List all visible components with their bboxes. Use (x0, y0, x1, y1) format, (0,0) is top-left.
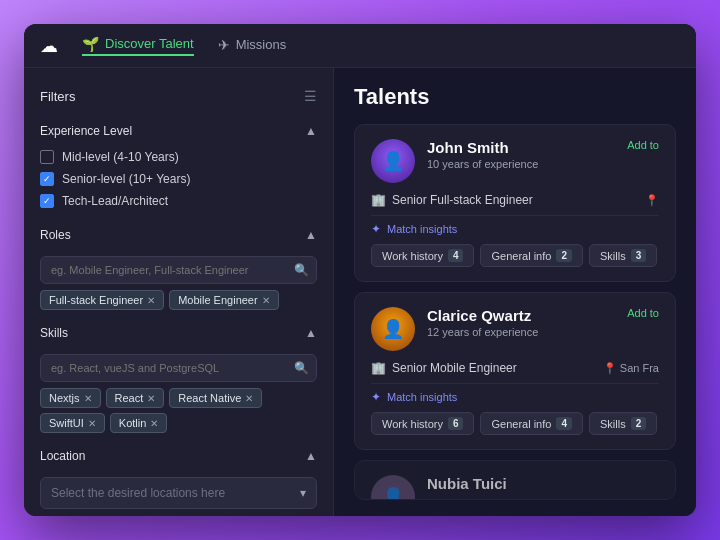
clarice-skills-tag[interactable]: Skills 2 (589, 412, 657, 435)
john-match-label: Match insights (387, 223, 457, 235)
clarice-work-history-count: 6 (448, 417, 464, 430)
clarice-general-info-tag[interactable]: General info 4 (480, 412, 583, 435)
skills-search-icon[interactable]: 🔍 (294, 361, 309, 375)
clarice-skills-label: Skills (600, 418, 626, 430)
skills-search-input[interactable] (40, 354, 317, 382)
logo-icon: ☁ (40, 35, 58, 57)
skills-chevron-icon: ▲ (305, 326, 317, 340)
tag-reactnative-close[interactable]: ✕ (245, 393, 253, 404)
skills-title: Skills (40, 326, 68, 340)
roles-search-input[interactable] (40, 256, 317, 284)
skills-section-header[interactable]: Skills ▲ (40, 318, 317, 348)
tag-react-label: React (115, 392, 144, 404)
filters-header: Filters ☰ (24, 80, 333, 112)
tag-swiftui-label: SwiftUI (49, 417, 84, 429)
clarice-avatar: 👤 (371, 307, 415, 351)
tag-fullstack-label: Full-stack Engineer (49, 294, 143, 306)
clarice-add-button[interactable]: Add to (627, 307, 659, 319)
clarice-role: 🏢 Senior Mobile Engineer (371, 361, 517, 375)
tag-mobile-close[interactable]: ✕ (262, 295, 270, 306)
match-icon: ✦ (371, 222, 381, 236)
sidebar: Filters ☰ Experience Level ▲ Mid-level (… (24, 68, 334, 516)
tag-nextjs-close[interactable]: ✕ (84, 393, 92, 404)
clarice-match-icon: ✦ (371, 390, 381, 404)
clarice-match-label: Match insights (387, 391, 457, 403)
clarice-info: Clarice Qwartz 12 years of experience (427, 307, 615, 338)
filter-location: Location ▲ Select the desired locations … (24, 441, 333, 509)
john-skills-tag[interactable]: Skills 3 (589, 244, 657, 267)
nubia-info: Nubia Tuici (427, 475, 659, 492)
nav-missions-label: Missions (236, 37, 287, 52)
right-panel: Talents 👤 John Smith 10 years of experie… (334, 68, 696, 516)
nav-missions[interactable]: ✈ Missions (218, 37, 287, 55)
tag-nextjs[interactable]: Nextjs ✕ (40, 388, 101, 408)
tag-kotlin[interactable]: Kotlin ✕ (110, 413, 168, 433)
john-general-info-label: General info (491, 250, 551, 262)
app-window: ☁ 🌱 Discover Talent ✈ Missions Filters ☰… (24, 24, 696, 516)
discover-icon: 🌱 (82, 36, 99, 52)
clarice-divider (371, 383, 659, 384)
john-skills-label: Skills (600, 250, 626, 262)
checkbox-senior-box[interactable] (40, 172, 54, 186)
john-role-label: Senior Full-stack Engineer (392, 193, 533, 207)
john-insight-tags: Work history 4 General info 2 Skills 3 (371, 244, 659, 267)
dropdown-arrow-icon: ▾ (300, 486, 306, 500)
checkbox-techlead-label: Tech-Lead/Architect (62, 194, 168, 208)
john-avatar: 👤 (371, 139, 415, 183)
john-info: John Smith 10 years of experience (427, 139, 615, 170)
checkbox-midlevel-box[interactable] (40, 150, 54, 164)
roles-section-header[interactable]: Roles ▲ (40, 220, 317, 250)
tag-react[interactable]: React ✕ (106, 388, 165, 408)
checkbox-midlevel-label: Mid-level (4-10 Years) (62, 150, 179, 164)
john-experience: 10 years of experience (427, 158, 615, 170)
john-role-row: 🏢 Senior Full-stack Engineer 📍 (371, 193, 659, 207)
john-work-history-tag[interactable]: Work history 4 (371, 244, 474, 267)
experience-title: Experience Level (40, 124, 132, 138)
experience-section-header[interactable]: Experience Level ▲ (40, 116, 317, 146)
talent-card-clarice: 👤 Clarice Qwartz 12 years of experience … (354, 292, 676, 450)
tag-mobile-label: Mobile Engineer (178, 294, 258, 306)
checkbox-techlead[interactable]: Tech-Lead/Architect (40, 190, 317, 212)
tag-swiftui[interactable]: SwiftUI ✕ (40, 413, 105, 433)
tag-reactnative-label: React Native (178, 392, 241, 404)
nubia-name: Nubia Tuici (427, 475, 659, 492)
clarice-work-history-tag[interactable]: Work history 6 (371, 412, 474, 435)
tag-fullstack-close[interactable]: ✕ (147, 295, 155, 306)
tag-mobile[interactable]: Mobile Engineer ✕ (169, 290, 279, 310)
clarice-role-row: 🏢 Senior Mobile Engineer 📍 San Fra (371, 361, 659, 375)
nav-discover-talent[interactable]: 🌱 Discover Talent (82, 36, 194, 56)
location-section-header[interactable]: Location ▲ (40, 441, 317, 471)
location-dropdown[interactable]: Select the desired locations here ▾ (40, 477, 317, 509)
nubia-avatar: 👤 (371, 475, 415, 500)
tag-react-close[interactable]: ✕ (147, 393, 155, 404)
tag-nextjs-label: Nextjs (49, 392, 80, 404)
clarice-header: 👤 Clarice Qwartz 12 years of experience … (371, 307, 659, 351)
talent-card-john: 👤 John Smith 10 years of experience Add … (354, 124, 676, 282)
checkbox-midlevel[interactable]: Mid-level (4-10 Years) (40, 146, 317, 168)
filter-skills: Skills ▲ 🔍 Nextjs ✕ React ✕ (24, 318, 333, 433)
john-avatar-placeholder: 👤 (382, 150, 404, 172)
tag-kotlin-close[interactable]: ✕ (150, 418, 158, 429)
roles-search-icon[interactable]: 🔍 (294, 263, 309, 277)
clarice-skills-count: 2 (631, 417, 647, 430)
checkbox-techlead-box[interactable] (40, 194, 54, 208)
clarice-match-header: ✦ Match insights (371, 390, 659, 404)
location-title: Location (40, 449, 85, 463)
checkbox-senior[interactable]: Senior-level (10+ Years) (40, 168, 317, 190)
john-header: 👤 John Smith 10 years of experience Add … (371, 139, 659, 183)
roles-search-wrap: 🔍 (40, 256, 317, 284)
tag-reactnative[interactable]: React Native ✕ (169, 388, 262, 408)
missions-icon: ✈ (218, 37, 230, 53)
clarice-general-info-label: General info (491, 418, 551, 430)
nav-discover-label: Discover Talent (105, 36, 194, 51)
john-general-info-tag[interactable]: General info 2 (480, 244, 583, 267)
main-content: Filters ☰ Experience Level ▲ Mid-level (… (24, 68, 696, 516)
nubia-avatar-placeholder: 👤 (382, 486, 404, 500)
tag-fullstack[interactable]: Full-stack Engineer ✕ (40, 290, 164, 310)
checkbox-senior-label: Senior-level (10+ Years) (62, 172, 190, 186)
john-work-history-label: Work history (382, 250, 443, 262)
john-add-button[interactable]: Add to (627, 139, 659, 151)
tag-swiftui-close[interactable]: ✕ (88, 418, 96, 429)
menu-icon[interactable]: ☰ (304, 88, 317, 104)
john-skills-count: 3 (631, 249, 647, 262)
